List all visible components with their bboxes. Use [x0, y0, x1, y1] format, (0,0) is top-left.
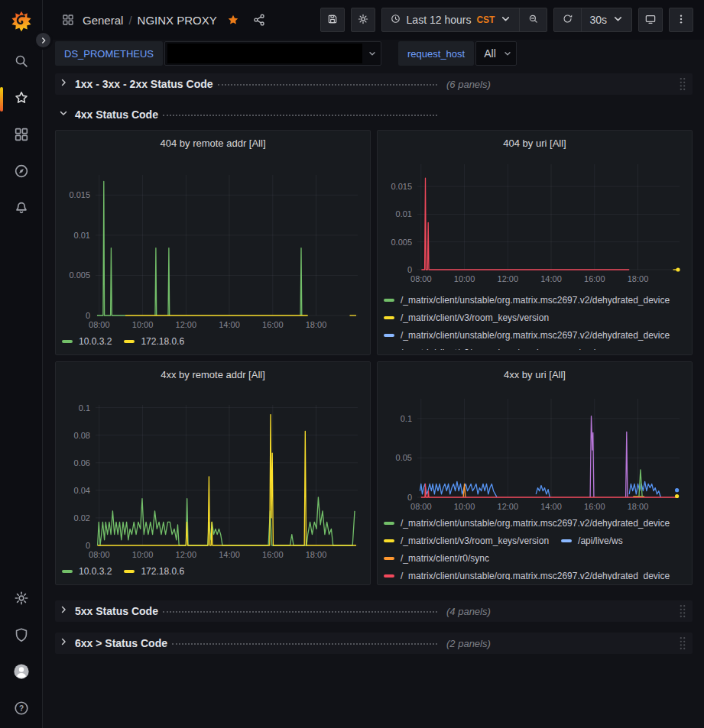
dashboard-toolbar: Last 12 hoursCST30s — [320, 8, 693, 32]
svg-text:08:00: 08:00 — [410, 502, 432, 511]
legend-label: /_matrix/client/v3/room_keys/version — [401, 348, 549, 351]
dashboard-settings-button[interactable] — [351, 8, 375, 32]
panel-title[interactable]: 4xx by uri [All] — [384, 367, 686, 385]
sidebar-item-configuration[interactable] — [0, 581, 42, 618]
legend-label: /_matrix/client/v3/room_keys/version — [401, 535, 549, 546]
drag-handle-icon[interactable] — [679, 77, 688, 91]
chevron-down-icon — [612, 13, 624, 27]
svg-text:0.015: 0.015 — [69, 190, 90, 199]
legend-item[interactable]: /_matrix/client/unstable/org.matrix.msc2… — [384, 291, 670, 309]
panel-title[interactable]: 4xx by remote addr [All] — [62, 367, 364, 385]
row-dotted-leader — [163, 108, 437, 116]
time-range-button-label: Last 12 hours — [407, 14, 472, 26]
svg-text:12:00: 12:00 — [498, 274, 519, 283]
legend-item[interactable]: /_matrix/client/unstable/org.matrix.msc2… — [384, 326, 670, 344]
variable-label: request_host — [398, 41, 474, 66]
legend-item[interactable]: 172.18.0.6 — [124, 562, 184, 580]
svg-text:14:00: 14:00 — [540, 274, 562, 283]
legend-item[interactable]: /sw.js — [561, 344, 600, 350]
row-dotted-leader — [218, 78, 437, 86]
legend-item[interactable]: /_matrix/client/unstable/org.matrix.msc2… — [384, 514, 670, 532]
series-color-dash — [384, 539, 394, 542]
legend-item[interactable]: /_matrix/client/unstable/org.matrix.msc2… — [384, 567, 670, 580]
row-title: 5xx Status Code — [75, 605, 158, 617]
variable-request_host: request_hostAll — [398, 41, 517, 66]
sidebar: ? — [0, 0, 43, 728]
row-title: 6xx > Status Code — [75, 637, 167, 649]
variable-DS_PROMETHEUS: DS_PROMETHEUS — [55, 41, 381, 66]
svg-text:0.005: 0.005 — [69, 270, 90, 280]
sidebar-item-alerting[interactable] — [0, 191, 42, 228]
panel-title[interactable]: 404 by uri [All] — [384, 135, 686, 154]
legend-label: /_matrix/client/v3/room_keys/version — [401, 312, 549, 323]
time-series-chart[interactable]: 08:0010:0012:0014:0016:0018:0000.0050.01… — [62, 154, 365, 332]
sidebar-expand-button[interactable] — [34, 31, 53, 50]
series-color-dash — [384, 334, 394, 337]
dashboard-row[interactable]: 5xx Status Code(4 panels) — [55, 600, 693, 622]
sidebar-item-starred[interactable] — [0, 81, 42, 118]
save-dashboard-button[interactable] — [320, 8, 345, 32]
sidebar-item-help[interactable]: ? — [0, 691, 42, 728]
svg-text:08:00: 08:00 — [89, 320, 110, 329]
more-options-button[interactable] — [669, 8, 693, 32]
sidebar-item-server-admin[interactable] — [0, 618, 42, 655]
sidebar-item-profile[interactable] — [0, 655, 42, 691]
sidebar-item-search[interactable] — [0, 44, 42, 81]
tv-mode-button[interactable] — [638, 8, 663, 32]
legend-label: /_matrix/client/unstable/org.matrix.msc2… — [401, 330, 670, 341]
series-color-dash — [384, 299, 394, 302]
legend-item[interactable]: /_matrix/client/r0/sync — [384, 549, 489, 567]
panel-4xx-by-remote-addr-all-: 4xx by remote addr [All]08:0010:0012:001… — [55, 361, 371, 585]
shield-icon — [13, 626, 30, 646]
breadcrumb-title: NGINX PROXY — [138, 14, 217, 27]
legend-label: /_matrix/client/unstable/org.matrix.msc2… — [401, 571, 670, 581]
variable-value-dropdown[interactable] — [164, 41, 381, 66]
gear-icon — [13, 590, 30, 610]
dashboard-row[interactable]: 6xx > Status Code(2 panels) — [55, 633, 693, 654]
svg-text:12:00: 12:00 — [176, 550, 197, 559]
svg-text:18:00: 18:00 — [628, 502, 649, 511]
variable-value-dropdown[interactable]: All — [475, 41, 517, 66]
refresh-button[interactable] — [554, 8, 581, 31]
breadcrumb-section[interactable]: General — [83, 14, 123, 27]
avatar-icon — [13, 663, 30, 683]
svg-text:0: 0 — [86, 541, 90, 550]
refresh-interval-button[interactable]: 30s — [582, 8, 631, 31]
legend-item[interactable]: /api/live/ws — [561, 532, 623, 549]
share-icon[interactable] — [252, 13, 266, 27]
favorite-star-icon[interactable] — [226, 13, 240, 27]
grafana-logo[interactable] — [8, 8, 34, 34]
save-icon — [326, 13, 339, 28]
time-series-chart[interactable]: 08:0010:0012:0014:0016:0018:0000.020.040… — [62, 385, 365, 562]
svg-text:16:00: 16:00 — [584, 274, 605, 283]
time-series-chart[interactable]: 08:0010:0012:0014:0016:0018:0000.050.1 — [384, 385, 687, 511]
time-series-chart[interactable]: 08:0010:0012:0014:0016:0018:0000.0050.01… — [384, 154, 687, 288]
panel-legend: /_matrix/client/unstable/org.matrix.msc2… — [384, 291, 686, 350]
svg-text:0.08: 0.08 — [74, 431, 90, 440]
sidebar-item-dashboards[interactable] — [0, 118, 42, 154]
time-range-button[interactable]: Last 12 hoursCST — [382, 8, 520, 31]
svg-text:10:00: 10:00 — [454, 502, 475, 511]
legend-item[interactable]: /_matrix/client/v3/room_keys/version — [384, 344, 549, 350]
compass-icon — [13, 163, 30, 183]
legend-label: 10.0.3.2 — [79, 566, 112, 577]
svg-text:0.04: 0.04 — [74, 486, 90, 495]
svg-text:0.1: 0.1 — [79, 403, 90, 413]
svg-text:14:00: 14:00 — [219, 550, 240, 559]
dashboard-row[interactable]: 4xx Status Code — [55, 105, 693, 124]
dashboards-icon — [61, 13, 75, 27]
sidebar-item-explore[interactable] — [0, 154, 42, 191]
legend-item[interactable]: 172.18.0.6 — [124, 332, 184, 350]
legend-item[interactable]: /_matrix/client/v3/room_keys/version — [384, 532, 549, 549]
svg-text:0: 0 — [407, 265, 412, 274]
panel-title[interactable]: 404 by remote addr [All] — [62, 135, 364, 154]
panel-legend: /_matrix/client/unstable/org.matrix.msc2… — [384, 514, 686, 580]
legend-item[interactable]: 10.0.3.2 — [62, 562, 112, 580]
zoom-out-button[interactable] — [520, 8, 547, 31]
legend-item[interactable]: /_matrix/client/v3/room_keys/version — [384, 309, 549, 326]
search-icon — [13, 53, 30, 73]
dashboard-row[interactable]: 1xx - 3xx - 2xx Status Code(6 panels) — [55, 73, 693, 95]
drag-handle-icon[interactable] — [679, 636, 688, 650]
legend-item[interactable]: 10.0.3.2 — [62, 332, 112, 350]
drag-handle-icon[interactable] — [679, 604, 688, 618]
